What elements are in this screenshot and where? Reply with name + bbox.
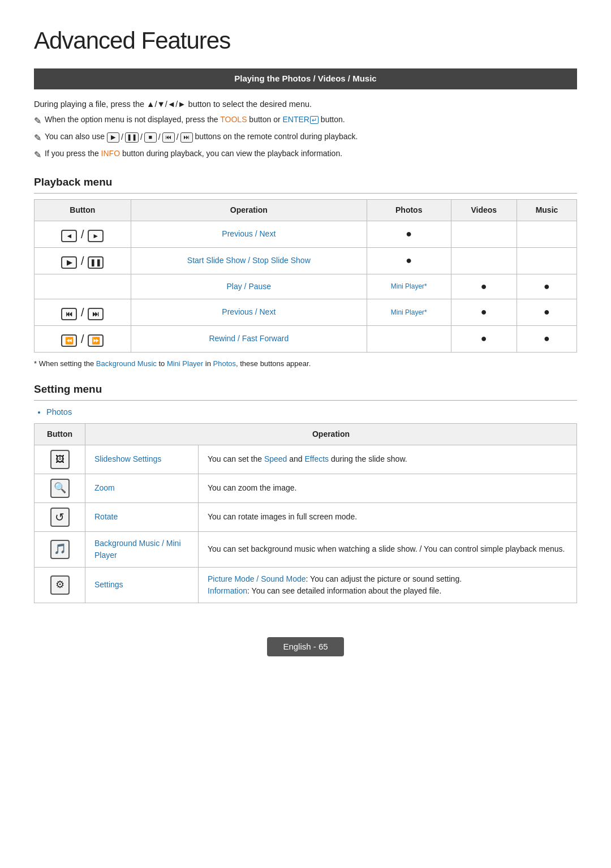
- col-operation: Operation: [131, 199, 367, 221]
- remote-buttons: ▶ / ❚❚ / ■ / ⏮ / ⏭: [107, 131, 193, 143]
- row2-photos: ●: [367, 247, 451, 274]
- page-footer: English - 65: [34, 637, 577, 657]
- row3-operation: Play / Pause: [131, 274, 367, 299]
- ss-operation-label: Slideshow Settings: [85, 445, 199, 474]
- table-row: ◄ / ► Previous / Next ●: [35, 221, 577, 247]
- col-photos: Photos: [367, 199, 451, 221]
- note-icon-3: ✎: [34, 148, 41, 162]
- playback-menu-table: Button Operation Photos Videos Music ◄ /…: [34, 199, 577, 353]
- picture-sound-mode-link: Picture Mode / Sound Mode: [208, 574, 306, 583]
- tools-link: TOOLS: [220, 115, 247, 124]
- intro-line3: ✎ You can also use ▶ / ❚❚ / ■ / ⏮ / ⏭ bu…: [34, 131, 577, 145]
- skip-prev-icon: ⏮: [61, 308, 77, 320]
- row5-videos: ●: [451, 325, 517, 352]
- row1-photos: ●: [367, 221, 451, 247]
- row2-music: [517, 247, 576, 274]
- playback-footnote: * When setting the Background Music to M…: [34, 358, 577, 369]
- table-row: ↺ Rotate You can rotate images in full s…: [35, 502, 577, 531]
- bgmusic-operation-desc: You can set background music when watchi…: [199, 531, 577, 567]
- ss-button: 🖼: [35, 445, 85, 474]
- page-title: Advanced Features: [34, 23, 577, 58]
- zoom-operation-desc: You can zoom the image.: [199, 474, 577, 502]
- rotate-button: ↺: [35, 502, 85, 531]
- section-header: Playing the Photos / Videos / Music: [34, 68, 577, 89]
- col-music: Music: [517, 199, 576, 221]
- row1-videos: [451, 221, 517, 247]
- intro-line2: ✎ When the option menu is not displayed,…: [34, 114, 577, 128]
- intro-line4: ✎ If you press the INFO button during pl…: [34, 148, 577, 162]
- table-row: ⚙ Settings Picture Mode / Sound Mode: Yo…: [35, 567, 577, 603]
- info-link: INFO: [101, 149, 120, 158]
- row5-music: ●: [517, 325, 576, 352]
- zoom-button: 🔍: [35, 474, 85, 502]
- intro-line1: During playing a file, press the ▲/▼/◄/►…: [34, 98, 577, 111]
- table-row: ⏮ / ⏭ Previous / Next Mini Player* ● ●: [35, 299, 577, 325]
- footer-badge: English - 65: [267, 637, 343, 657]
- table-row: 🔍 Zoom You can zoom the image.: [35, 474, 577, 502]
- setting-menu-bullets: Photos: [46, 406, 577, 419]
- information-link: Information: [208, 586, 247, 595]
- rewind-icon: ⏪: [61, 334, 77, 347]
- setting-menu-photos-bullet: Photos: [46, 406, 577, 419]
- note-icon-1: ✎: [34, 114, 41, 128]
- table-row: 🎵 Background Music / MiniPlayer You can …: [35, 531, 577, 567]
- setting-menu-table: Button Operation 🖼 Slideshow Settings Yo…: [34, 423, 577, 603]
- row1-music: [517, 221, 576, 247]
- zoom-icon: 🔍: [50, 479, 70, 498]
- photos-link: Photos: [213, 359, 236, 368]
- settings-button: ⚙: [35, 567, 85, 603]
- skip-next-icon: ⏭: [88, 308, 104, 320]
- playback-menu-title: Playback menu: [34, 174, 577, 194]
- bg-music-link: Background Music: [96, 359, 157, 368]
- row3-videos: ●: [451, 274, 517, 299]
- row2-operation: Start Slide Show / Stop Slide Show: [131, 247, 367, 274]
- row3-photos: Mini Player*: [367, 274, 451, 299]
- rotate-operation-desc: You can rotate images in full screen mod…: [199, 502, 577, 531]
- row1-operation: Previous / Next: [131, 221, 367, 247]
- setting-col-button: Button: [35, 423, 85, 445]
- note-icon-2: ✎: [34, 131, 41, 145]
- mini-player-link: Mini Player: [167, 359, 203, 368]
- slideshow-icon: 🖼: [50, 450, 70, 469]
- table-row: 🖼 Slideshow Settings You can set the Spe…: [35, 445, 577, 474]
- row4-videos: ●: [451, 299, 517, 325]
- col-button: Button: [35, 199, 131, 221]
- next-btn-icon: ►: [88, 230, 104, 242]
- row4-music: ●: [517, 299, 576, 325]
- ffwd-icon: ⏩: [88, 334, 104, 347]
- settings-operation-label: Settings: [85, 567, 199, 603]
- prev-btn-icon: ◄: [61, 230, 77, 242]
- row5-operation: Rewind / Fast Forward: [131, 325, 367, 352]
- row4-button: ⏮ / ⏭: [35, 299, 131, 325]
- row5-photos: [367, 325, 451, 352]
- table-row: ▶ / ❚❚ Start Slide Show / Stop Slide Sho…: [35, 247, 577, 274]
- play-btn-icon: ▶: [61, 256, 77, 269]
- settings-operation-desc: Picture Mode / Sound Mode: You can adjus…: [199, 567, 577, 603]
- row5-button: ⏪ / ⏩: [35, 325, 131, 352]
- setting-col-operation: Operation: [85, 423, 577, 445]
- col-videos: Videos: [451, 199, 517, 221]
- row1-button: ◄ / ►: [35, 221, 131, 247]
- zoom-operation-label: Zoom: [85, 474, 199, 502]
- enter-link: ENTER↵: [283, 115, 319, 124]
- row2-videos: [451, 247, 517, 274]
- ss-operation-desc: You can set the Speed and Effects during…: [199, 445, 577, 474]
- row2-button: ▶ / ❚❚: [35, 247, 131, 274]
- table-row: ⏪ / ⏩ Rewind / Fast Forward ● ●: [35, 325, 577, 352]
- row3-button: [35, 274, 131, 299]
- pause-btn-icon: ❚❚: [88, 256, 104, 269]
- effects-link: Effects: [305, 454, 329, 463]
- row4-operation: Previous / Next: [131, 299, 367, 325]
- setting-menu-title: Setting menu: [34, 381, 577, 401]
- rotate-icon: ↺: [50, 508, 70, 527]
- table-row: Play / Pause Mini Player* ● ●: [35, 274, 577, 299]
- bgmusic-icon: 🎵: [50, 540, 70, 559]
- rotate-operation-label: Rotate: [85, 502, 199, 531]
- row3-music: ●: [517, 274, 576, 299]
- settings-icon: ⚙: [50, 575, 70, 595]
- bgmusic-button: 🎵: [35, 531, 85, 567]
- row4-photos: Mini Player*: [367, 299, 451, 325]
- speed-link: Speed: [264, 454, 287, 463]
- bgmusic-operation-label: Background Music / MiniPlayer: [85, 531, 199, 567]
